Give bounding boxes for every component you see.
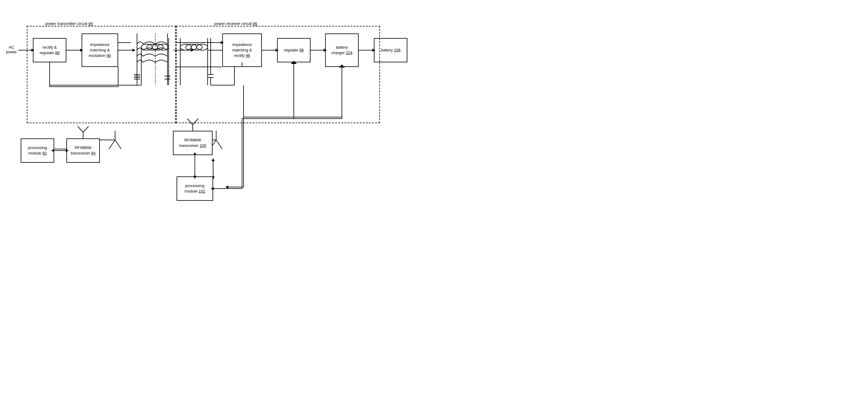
svg-line-57 <box>216 140 222 149</box>
circuit-diagram: AC power rectify &regulate 88 impedancem… <box>0 0 434 208</box>
svg-line-111 <box>78 126 83 132</box>
rf-mmw-transceiver-94-box: RF/MMWtransceiver 94 <box>66 138 100 163</box>
svg-marker-68 <box>225 185 228 188</box>
svg-marker-82 <box>191 49 194 52</box>
transformer-coil-svg <box>131 33 216 100</box>
processing-module-92-box: processingmodule 92 <box>21 138 54 163</box>
ac-power-label: AC power <box>3 45 20 54</box>
rf-mmw-transceiver-100-box: RF/MMWtransceiver 100 <box>173 131 213 155</box>
svg-marker-64 <box>212 158 215 161</box>
svg-line-53 <box>109 140 115 149</box>
svg-line-112 <box>83 126 89 132</box>
svg-line-54 <box>115 140 121 149</box>
transmitter-circuit-label: power transmitter circuit 84 <box>44 21 94 26</box>
processing-module-102-box: processingmodule 102 <box>177 176 213 201</box>
receiver-circuit-label: power receiver circuit 86 <box>213 21 258 26</box>
